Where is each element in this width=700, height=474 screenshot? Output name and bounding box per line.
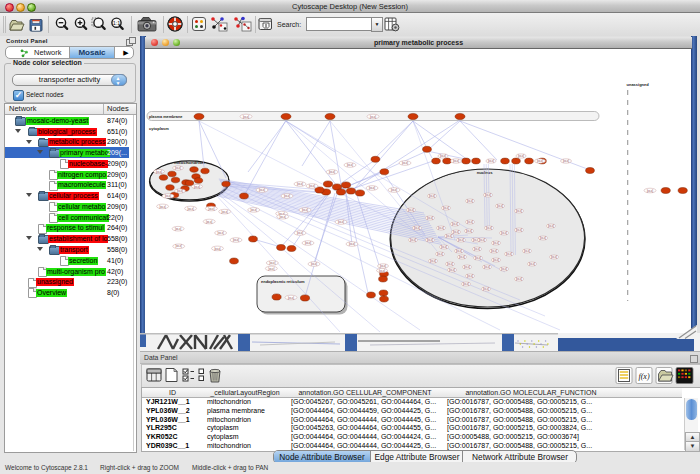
svg-text:[xx-x]: [xx-x] [479,238,485,242]
svg-text:[xx-x]: [xx-x] [222,210,228,214]
svg-text:[xx-x]: [xx-x] [458,238,464,242]
svg-text:[xx-x]: [xx-x] [486,226,492,230]
svg-text:[xx-x]: [xx-x] [452,222,458,226]
svg-text:[xx-x]: [xx-x] [459,255,465,259]
svg-text:[xx-x]: [xx-x] [506,252,512,256]
svg-text:[xx-x]: [xx-x] [488,159,494,163]
svg-text:[xx-x]: [xx-x] [410,238,416,242]
svg-text:[xx-x]: [xx-x] [463,282,469,286]
svg-text:[xx-x]: [xx-x] [206,220,212,224]
svg-text:[xx-x]: [xx-x] [175,166,181,170]
svg-text:[xx-x]: [xx-x] [347,163,353,167]
svg-text:[xx-x]: [xx-x] [217,231,223,235]
svg-text:[xx-x]: [xx-x] [427,216,433,220]
svg-text:[xx-x]: [xx-x] [501,267,507,271]
svg-text:[xx-x]: [xx-x] [475,256,481,260]
svg-text:[xx-x]: [xx-x] [493,241,499,245]
svg-text:[xx-x]: [xx-x] [453,159,459,163]
svg-text:[xx-x]: [xx-x] [349,242,355,246]
svg-text:[xx-x]: [xx-x] [338,220,344,224]
svg-text:[xx-x]: [xx-x] [449,268,455,272]
svg-text:cytoplasm: cytoplasm [149,126,169,131]
svg-text:[xx-x]: [xx-x] [524,249,530,253]
svg-text:[xx-x]: [xx-x] [516,209,522,213]
svg-text:[xx-x]: [xx-x] [484,265,490,269]
svg-text:[xx-x]: [xx-x] [194,185,200,189]
svg-text:[xx-x]: [xx-x] [446,234,452,238]
svg-text:[xx-x]: [xx-x] [447,262,453,266]
svg-text:[xx-x]: [xx-x] [175,227,181,231]
svg-text:1:1: 1:1 [113,20,121,26]
svg-text:[xx-x]: [xx-x] [165,194,171,198]
svg-text:[xx-x]: [xx-x] [302,208,308,212]
svg-text:[xx-x]: [xx-x] [647,189,653,193]
svg-text:[xx-x]: [xx-x] [391,188,397,192]
svg-text:[xx-x]: [xx-x] [551,255,557,259]
svg-text:[xx-x]: [xx-x] [464,265,470,269]
svg-text:[xx-x]: [xx-x] [537,159,543,163]
svg-text:[xx-x]: [xx-x] [214,247,220,251]
svg-text:[xx-x]: [xx-x] [268,267,274,271]
svg-text:endoplasmic reticulum: endoplasmic reticulum [261,279,305,284]
svg-text:[xx-x]: [xx-x] [402,161,408,165]
svg-text:plasma membrane: plasma membrane [149,115,182,119]
svg-text:f(x): f(x) [638,372,649,381]
svg-text:[xx-x]: [xx-x] [501,231,507,235]
svg-text:[xx-x]: [xx-x] [438,226,444,230]
svg-text:[xx-x]: [xx-x] [269,261,275,265]
svg-text:[xx-x]: [xx-x] [370,115,376,119]
svg-text:[xx-x]: [xx-x] [563,159,569,163]
svg-text:[xx-x]: [xx-x] [485,193,491,197]
svg-text:[xx-x]: [xx-x] [516,277,522,281]
svg-text:[xx-x]: [xx-x] [430,259,436,263]
svg-text:[xx-x]: [xx-x] [311,262,317,266]
svg-text:[xx-x]: [xx-x] [177,189,183,193]
svg-text:[xx-x]: [xx-x] [467,199,473,203]
svg-text:[xx-x]: [xx-x] [379,269,385,273]
svg-text:[xx-x]: [xx-x] [427,238,433,242]
svg-text:[xx-x]: [xx-x] [474,247,480,251]
svg-text:[xx-x]: [xx-x] [187,207,193,211]
svg-text:[xx-x]: [xx-x] [309,184,315,188]
svg-text:[xx-x]: [xx-x] [329,170,335,174]
svg-text:[xx-x]: [xx-x] [497,204,503,208]
svg-text:[xx-x]: [xx-x] [159,205,165,209]
svg-text:[xx-x]: [xx-x] [156,170,162,174]
svg-text:[xx-x]: [xx-x] [251,208,257,212]
svg-text:[xx-x]: [xx-x] [548,224,554,228]
svg-text:[xx-x]: [xx-x] [369,186,375,190]
svg-text:[xx-x]: [xx-x] [288,296,294,300]
svg-text:[xx-x]: [xx-x] [408,208,414,212]
svg-text:[xx-x]: [xx-x] [443,206,449,210]
svg-text:[xx-x]: [xx-x] [518,154,524,158]
svg-text:mitochondrion: mitochondrion [174,160,205,165]
svg-text:[xx-x]: [xx-x] [429,194,435,198]
svg-text:[xx-x]: [xx-x] [233,238,239,242]
svg-text:[xx-x]: [xx-x] [540,236,546,240]
svg-text:[xx-x]: [xx-x] [176,244,182,248]
svg-text:[xx-x]: [xx-x] [493,258,499,262]
svg-text:[xx-x]: [xx-x] [491,249,497,253]
svg-text:[xx-x]: [xx-x] [259,188,265,192]
svg-text:[xx-x]: [xx-x] [529,262,535,266]
svg-text:[xx-x]: [xx-x] [467,274,473,278]
svg-text:[xx-x]: [xx-x] [284,194,290,198]
svg-text:[xx-x]: [xx-x] [208,207,214,211]
svg-text:[xx-x]: [xx-x] [440,154,446,158]
svg-text:[xx-x]: [xx-x] [483,287,489,291]
svg-text:[xx-x]: [xx-x] [305,241,311,245]
svg-text:[xx-x]: [xx-x] [516,228,522,232]
svg-text:[xx-x]: [xx-x] [380,264,386,268]
svg-text:[xx-x]: [xx-x] [467,220,473,224]
svg-text:[xx-x]: [xx-x] [453,230,459,234]
svg-text:[xx-x]: [xx-x] [441,245,447,249]
svg-text:[xx-x]: [xx-x] [456,249,462,253]
svg-text:[xx-x]: [xx-x] [414,226,420,230]
svg-text:[xx-x]: [xx-x] [297,231,303,235]
svg-text:[xx-x]: [xx-x] [466,229,472,233]
svg-text:[xx-x]: [xx-x] [280,215,286,219]
svg-text:[xx-x]: [xx-x] [297,182,303,186]
svg-text:nucleus: nucleus [477,170,493,175]
svg-text:unassigned: unassigned [627,82,650,87]
svg-text:[xx-x]: [xx-x] [243,115,249,119]
